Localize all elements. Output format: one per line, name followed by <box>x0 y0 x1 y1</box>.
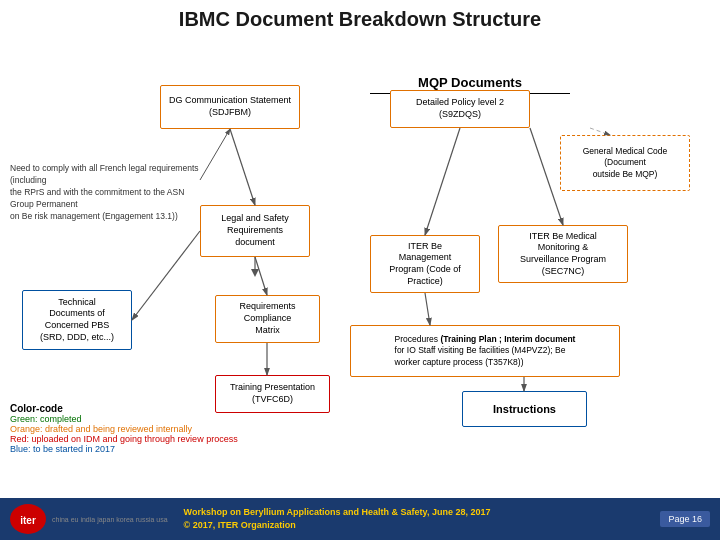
iter-be-medical-box: ITER Be Medical Monitoring & Surveillanc… <box>498 225 628 283</box>
svg-line-6 <box>132 231 200 320</box>
color-green-label: Green: completed <box>10 414 238 424</box>
iter-logo: iter <box>10 504 46 534</box>
page: IBMC Document Breakdown Structure MQP Do… <box>0 0 720 540</box>
footer-text: Workshop on Beryllium Applications and H… <box>184 506 491 531</box>
iter-be-medical-label: ITER Be Medical Monitoring & Surveillanc… <box>520 231 606 278</box>
svg-line-7 <box>255 257 267 295</box>
dg-comm-label: DG Communication Statement (SDJFBM) <box>169 95 291 118</box>
note-content: Need to comply with all French legal req… <box>10 163 199 221</box>
dg-comm-box: DG Communication Statement (SDJFBM) <box>160 85 300 129</box>
footer-line1: Workshop on Beryllium Applications and H… <box>184 506 491 519</box>
svg-line-5 <box>590 128 610 135</box>
requirements-compliance-label: Requirements Compliance Matrix <box>239 301 295 336</box>
instructions-box: Instructions <box>462 391 587 427</box>
footer-line2: © 2017, ITER Organization <box>184 519 491 532</box>
svg-line-3 <box>425 128 460 235</box>
technical-docs-label: Technical Documents of Concerned PBS (SR… <box>40 297 114 344</box>
legal-safety-box: Legal and Safety Requirements document <box>200 205 310 257</box>
instructions-label: Instructions <box>493 402 556 416</box>
note-text: Need to comply with all French legal req… <box>10 163 200 222</box>
legal-safety-label: Legal and Safety Requirements document <box>221 213 289 248</box>
training-presentation-label: Training Presentation (TVFC6D) <box>230 382 315 405</box>
color-orange-label: Orange: drafted and being reviewed inter… <box>10 424 238 434</box>
procedures-label: Procedures (Training Plan ; Interim docu… <box>395 334 576 367</box>
technical-docs-box: Technical Documents of Concerned PBS (SR… <box>22 290 132 350</box>
color-code-title: Color-code <box>10 403 238 414</box>
general-medical-box: General Medical Code (Document outside B… <box>560 135 690 191</box>
svg-line-11 <box>200 129 230 180</box>
svg-line-4 <box>530 128 563 225</box>
requirements-compliance-box: Requirements Compliance Matrix <box>215 295 320 343</box>
svg-marker-13 <box>251 269 259 277</box>
iter-be-management-box: ITER Be Management Program (Code of Prac… <box>370 235 480 293</box>
diagram: MQP Documents DG Communication Statement… <box>0 35 720 475</box>
detailed-policy-box: Detailed Policy level 2 (S9ZDQS) <box>390 90 530 128</box>
color-blue-label: Blue: to be started in 2017 <box>10 444 238 454</box>
footer-page: Page 16 <box>660 511 710 527</box>
iter-be-management-label: ITER Be Management Program (Code of Prac… <box>389 241 461 288</box>
detailed-policy-label: Detailed Policy level 2 (S9ZDQS) <box>416 97 504 120</box>
color-red-label: Red: uploaded on IDM and going through r… <box>10 434 238 444</box>
procedures-box: Procedures (Training Plan ; Interim docu… <box>350 325 620 377</box>
footer: iter china eu india japan korea russia u… <box>0 498 720 540</box>
svg-line-2 <box>230 129 255 205</box>
svg-line-9 <box>425 293 430 325</box>
color-code-section: Color-code Green: completed Orange: draf… <box>10 403 238 454</box>
svg-text:iter: iter <box>20 515 36 526</box>
general-medical-label: General Medical Code (Document outside B… <box>583 146 668 179</box>
page-title: IBMC Document Breakdown Structure <box>0 0 720 35</box>
